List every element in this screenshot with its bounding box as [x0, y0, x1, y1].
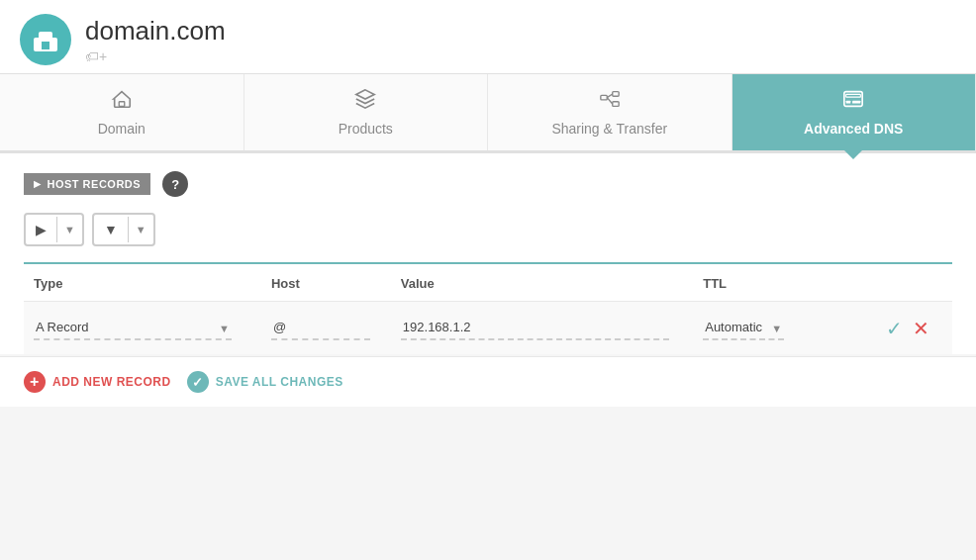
tab-sharing[interactable]: Sharing & Transfer: [488, 74, 732, 150]
header: domain.com 🏷+: [0, 0, 976, 74]
tab-domain[interactable]: Domain: [0, 74, 244, 150]
col-ttl: TTL: [693, 264, 866, 302]
svg-rect-12: [852, 101, 860, 104]
save-check-icon: ✓: [187, 371, 209, 393]
tab-bar: Domain Products Sharing & Transfer: [0, 74, 976, 153]
col-value: Value: [391, 264, 693, 302]
svg-rect-2: [42, 42, 49, 49]
domain-icon: [111, 88, 133, 116]
filter-dropdown-button[interactable]: ▼ ▼: [92, 213, 155, 246]
actions-cell: ✓ ✕: [866, 302, 952, 355]
type-select[interactable]: A Record CNAME Record MX Record TXT Reco…: [34, 316, 232, 340]
ttl-select[interactable]: Automatic 1 min 5 min 30 min 1 hour: [703, 316, 784, 340]
dns-table: Type Host Value TTL A Record CNAME Recor…: [24, 264, 952, 354]
host-records-badge: HOST RECORDS: [24, 173, 150, 195]
value-cell: [391, 302, 693, 355]
tab-domain-label: Domain: [98, 121, 146, 137]
play-dropdown-button[interactable]: ▶ ▼: [24, 213, 84, 246]
play-dropdown-arrow: ▼: [56, 217, 82, 242]
svg-rect-11: [846, 101, 851, 104]
col-actions: [866, 264, 952, 302]
delete-icon[interactable]: ✕: [913, 317, 929, 340]
svg-rect-4: [601, 95, 607, 100]
host-cell: [261, 302, 391, 355]
host-records-label: HOST RECORDS: [48, 178, 142, 190]
sharing-icon: [599, 88, 621, 116]
domain-tag: 🏷+: [85, 48, 226, 64]
play-icon: ▶: [26, 215, 56, 244]
table-row: A Record CNAME Record MX Record TXT Reco…: [24, 302, 952, 355]
ttl-wrap: Automatic 1 min 5 min 30 min 1 hour ▼: [703, 316, 856, 340]
tab-products[interactable]: Products: [244, 74, 489, 150]
add-icon: +: [24, 371, 46, 393]
ttl-cell: Automatic 1 min 5 min 30 min 1 hour ▼: [693, 302, 866, 355]
save-label: SAVE ALL CHANGES: [216, 375, 343, 389]
type-cell: A Record CNAME Record MX Record TXT Reco…: [24, 302, 261, 355]
products-icon: [354, 88, 376, 116]
type-select-wrap: A Record CNAME Record MX Record TXT Reco…: [34, 316, 232, 340]
tab-advanced-dns[interactable]: Advanced DNS: [732, 74, 977, 150]
svg-rect-10: [846, 94, 861, 97]
domain-title: domain.com: [85, 16, 226, 47]
add-record-label: ADD NEW RECORD: [52, 375, 171, 389]
svg-rect-6: [613, 102, 619, 107]
domain-logo: [20, 14, 71, 65]
ttl-select-wrap: Automatic 1 min 5 min 30 min 1 hour ▼: [703, 316, 784, 340]
tab-products-label: Products: [339, 121, 393, 137]
action-icons: ✓ ✕: [876, 317, 942, 340]
help-button[interactable]: ?: [162, 171, 188, 197]
svg-rect-5: [613, 92, 619, 97]
save-all-changes-button[interactable]: ✓ SAVE ALL CHANGES: [187, 371, 343, 393]
host-input[interactable]: [271, 316, 370, 340]
svg-rect-1: [39, 32, 52, 40]
tab-advanced-dns-label: Advanced DNS: [804, 121, 903, 137]
domain-info: domain.com 🏷+: [85, 16, 226, 64]
filter-icon: ▼: [94, 215, 128, 244]
tab-sharing-label: Sharing & Transfer: [551, 121, 667, 137]
main-content: HOST RECORDS ? ▶ ▼ ▼ ▼ Type Host Value T…: [0, 153, 976, 354]
value-input[interactable]: [401, 316, 669, 340]
section-header: HOST RECORDS ?: [24, 171, 952, 197]
svg-line-7: [607, 94, 613, 98]
toolbar: ▶ ▼ ▼ ▼: [24, 213, 952, 246]
advanced-dns-icon: [842, 88, 864, 116]
confirm-icon[interactable]: ✓: [886, 317, 903, 340]
filter-dropdown-arrow: ▼: [128, 217, 153, 242]
svg-line-8: [607, 98, 613, 104]
svg-rect-3: [119, 102, 125, 107]
footer: + ADD NEW RECORD ✓ SAVE ALL CHANGES: [0, 356, 976, 407]
add-new-record-button[interactable]: + ADD NEW RECORD: [24, 371, 171, 393]
col-host: Host: [261, 264, 391, 302]
col-type: Type: [24, 264, 261, 302]
